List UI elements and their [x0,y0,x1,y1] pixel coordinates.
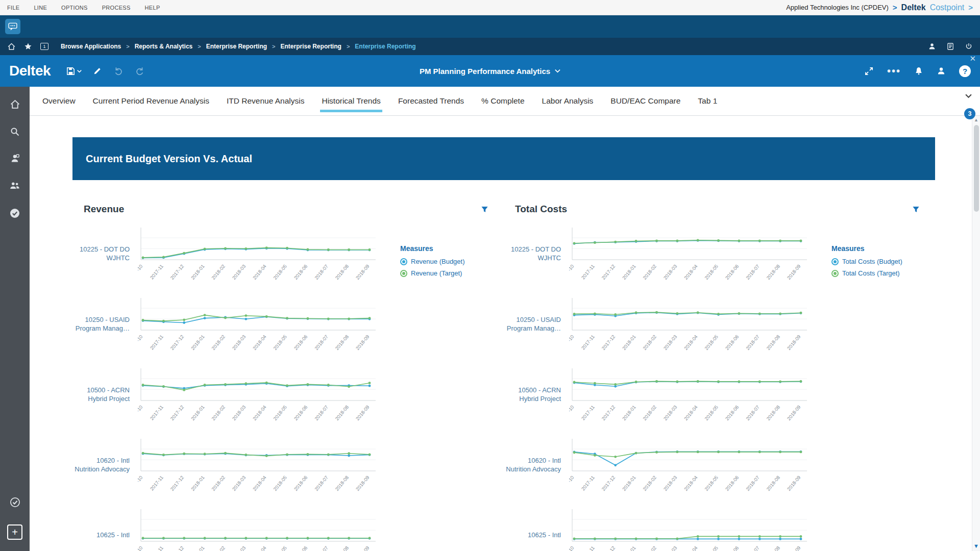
panel-title: Revenue [84,204,124,215]
tab-overflow-chevron-icon[interactable] [965,91,972,101]
redo-button[interactable] [135,66,145,76]
legend-item[interactable]: Total Costs (Budget) [831,258,926,265]
svg-text:2018-08: 2018-08 [334,474,350,491]
svg-text:2018-01: 2018-01 [190,334,206,350]
tab-percent-complete[interactable]: % Complete [473,87,533,115]
tab-bar: Overview Current Period Revenue Analysis… [30,87,980,116]
undo-button[interactable] [113,66,124,76]
window-icon[interactable]: 1 [40,43,48,50]
line-chart: 2017-102017-112017-122018-012018-022018-… [138,509,377,551]
tab-tab-1[interactable]: Tab 1 [689,87,726,115]
breadcrumb-item[interactable]: Enterprise Reporting [281,43,341,50]
expand-icon[interactable] [864,66,874,76]
svg-text:2017-10: 2017-10 [138,545,144,551]
tab-labor-analysis[interactable]: Labor Analysis [533,87,602,115]
tab-bud-eac-compare[interactable]: BUD/EAC Compare [602,87,689,115]
edit-pencil-button[interactable] [93,66,102,76]
svg-text:2018-08: 2018-08 [334,404,350,421]
sidebar-add-button[interactable]: + [7,524,22,540]
section-banner: Current Budget Version Vs. Actual [72,137,935,180]
chart-row: 10620 - Intl Nutrition Advocacy 2017-102… [504,438,808,491]
legend-item[interactable]: Total Costs (Target) [831,269,926,277]
save-button[interactable] [66,66,82,76]
notification-count-badge[interactable]: 3 [964,108,975,119]
svg-text:2017-12: 2017-12 [169,404,185,421]
menu-file[interactable]: FILE [7,5,19,11]
costpoint-brand: Costpoint [930,3,965,12]
tab-overview[interactable]: Overview [34,87,84,115]
svg-text:2018-06: 2018-06 [724,263,740,280]
svg-text:2018-04: 2018-04 [252,474,267,491]
vertical-scrollbar[interactable]: ▲ ▼ [972,116,980,551]
svg-text:2017-11: 2017-11 [149,263,164,280]
breadcrumb-item-current[interactable]: Enterprise Reporting [355,43,415,50]
svg-text:2018-02: 2018-02 [210,545,226,551]
svg-text:2018-08: 2018-08 [334,334,350,350]
line-chart: 2017-102017-112017-122018-012018-022018-… [138,297,377,350]
svg-text:2018-09: 2018-09 [355,474,371,491]
profile-icon[interactable] [937,66,946,76]
menu-process[interactable]: PROCESS [102,5,131,11]
line-chart: 2017-102017-112017-122018-012018-022018-… [569,297,808,350]
glossary-icon[interactable] [946,42,954,51]
line-chart: 2017-102017-112017-122018-012018-022018-… [138,227,377,280]
filter-funnel-icon[interactable] [481,206,488,213]
chat-bar [0,15,980,38]
svg-text:2018-09: 2018-09 [786,545,802,551]
svg-text:2018-04: 2018-04 [252,263,267,280]
legend-item[interactable]: Revenue (Budget) [400,258,495,265]
scroll-up-icon[interactable]: ▲ [974,118,978,122]
chat-button[interactable] [5,19,20,34]
project-label: 10625 - Intl [72,509,130,551]
section-banner-title: Current Budget Version Vs. Actual [86,153,252,165]
breadcrumb-item[interactable]: Enterprise Reporting [206,43,267,50]
project-label: 10500 - ACRN Hybrid Project [72,368,130,421]
breadcrumb-item[interactable]: Browse Applications [61,43,121,50]
tab-itd-revenue-analysis[interactable]: ITD Revenue Analysis [218,87,313,115]
close-icon[interactable]: ✕ [969,54,976,63]
sidebar-home-icon[interactable] [10,99,20,110]
home-icon[interactable] [7,42,16,51]
menu-options[interactable]: OPTIONS [61,5,88,11]
line-chart: 2017-102017-112017-122018-012018-022018-… [569,368,808,421]
breadcrumb-item[interactable]: Reports & Analytics [135,43,193,50]
menu-line[interactable]: LINE [34,5,47,11]
scrollbar-thumb[interactable] [974,125,979,212]
svg-text:2018-05: 2018-05 [703,545,719,551]
svg-text:2018-09: 2018-09 [786,474,802,491]
svg-text:2017-12: 2017-12 [169,545,185,551]
legend-item[interactable]: Revenue (Target) [400,269,495,277]
chart-row: 10250 - USAID Program Manag… 2017-102017… [72,297,377,350]
scroll-down-icon[interactable]: ▼ [973,543,979,549]
more-options-icon[interactable]: ••• [887,68,901,73]
sidebar-check-icon[interactable] [10,497,20,508]
svg-text:2018-01: 2018-01 [621,404,637,421]
help-icon[interactable]: ? [959,65,971,77]
svg-text:2018-09: 2018-09 [355,404,371,421]
svg-text:2017-10: 2017-10 [569,474,575,491]
legend-dot-icon [831,270,839,277]
menu-help[interactable]: HELP [145,5,160,11]
svg-text:2017-10: 2017-10 [138,263,144,280]
notifications-bell-icon[interactable] [914,66,923,76]
chart-row: 10500 - ACRN Hybrid Project 2017-102017-… [504,368,808,421]
sidebar-approvals-icon[interactable] [9,208,20,219]
sidebar-search-icon[interactable] [10,127,20,137]
power-icon[interactable] [965,42,973,51]
svg-text:2018-04: 2018-04 [683,263,699,280]
dashboard-title-dropdown[interactable]: PM Planning Performance Analytics [420,67,560,76]
project-label: 10250 - USAID Program Manag… [504,297,561,350]
user-icon[interactable] [928,42,936,51]
tab-forecasted-trends[interactable]: Forecasted Trends [389,87,473,115]
revenue-panel-header: Revenue [72,204,504,215]
legend-label: Revenue (Budget) [411,258,465,265]
tab-current-period-revenue-analysis[interactable]: Current Period Revenue Analysis [84,87,218,115]
sidebar-employee-icon[interactable] [10,154,20,164]
tab-historical-trends[interactable]: Historical Trends [313,87,389,115]
chevron-right-icon: > [893,3,897,12]
favorites-star-icon[interactable] [24,42,32,51]
sidebar-people-icon[interactable] [9,181,20,191]
filter-funnel-icon[interactable] [912,206,920,213]
svg-text:2018-08: 2018-08 [334,263,350,280]
svg-text:2018-06: 2018-06 [293,263,309,280]
